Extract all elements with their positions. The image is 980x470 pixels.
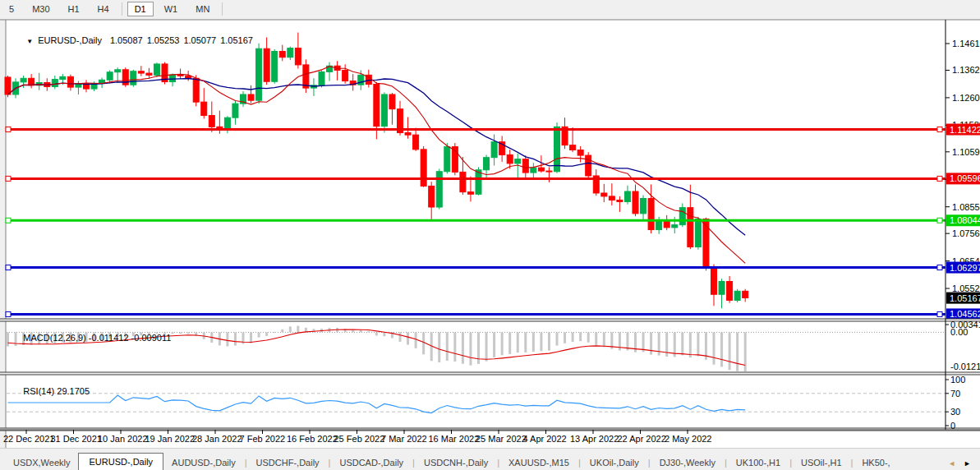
rsi-axis-label: 30 xyxy=(950,407,960,417)
candle-body-down xyxy=(617,200,623,201)
candle-body-up xyxy=(170,75,176,82)
price-line-handle[interactable] xyxy=(6,127,11,132)
terminal-window: 5M30H1H4D1W1MN 1.146101.136201.126001.11… xyxy=(0,0,980,470)
rsi-axis-label: 0 xyxy=(950,421,955,431)
macd-histogram-bar xyxy=(179,332,182,334)
candle-body-down xyxy=(507,154,513,163)
price-line-handle[interactable] xyxy=(937,218,942,223)
candle-body-down xyxy=(264,48,269,81)
chart-tab-eurusd-daily[interactable]: EURUSD-,Daily xyxy=(78,453,163,470)
price-tick-label: 1.13620 xyxy=(952,65,980,75)
timeframe-button-5[interactable]: 5 xyxy=(2,2,21,16)
rsi-indicator-label: RSI(14) 29.1705 xyxy=(8,376,90,406)
candle-body-up xyxy=(224,118,230,130)
macd-histogram-bar xyxy=(579,332,582,341)
chart-tab-uk100-h1[interactable]: UK100-,H1 xyxy=(728,455,789,470)
candle-body-down xyxy=(546,171,552,172)
tab-scroll-controls: ◄ ► xyxy=(944,459,980,470)
date-axis-label: 16 Feb 2022 xyxy=(287,434,338,444)
candle-body-up xyxy=(131,71,136,85)
candle-body-down xyxy=(711,268,717,294)
timeframe-button-h1[interactable]: H1 xyxy=(61,2,87,16)
macd-histogram-bar xyxy=(360,330,362,333)
chart-tab-usdx-weekly[interactable]: USDX,Weekly xyxy=(5,455,78,470)
date-axis-label: 13 Apr 2022 xyxy=(570,434,619,444)
timeframe-button-mn[interactable]: MN xyxy=(188,2,217,16)
candle-body-up xyxy=(52,80,58,87)
macd-histogram-bar xyxy=(407,332,409,344)
macd-values: -0.011412 -0.009011 xyxy=(89,333,172,343)
price-tick-label: 1.10590 xyxy=(952,147,980,157)
macd-histogram-bar xyxy=(250,332,252,343)
timeframe-button-d1[interactable]: D1 xyxy=(127,2,154,16)
price-line-handle[interactable] xyxy=(6,265,11,270)
timeframe-button-m30[interactable]: M30 xyxy=(25,2,57,16)
candle-body-down xyxy=(67,76,73,87)
macd-histogram-bar xyxy=(532,332,535,352)
candle-body-up xyxy=(444,147,450,172)
macd-histogram-bar xyxy=(352,330,354,333)
candle-body-down xyxy=(374,85,380,127)
macd-histogram-bar xyxy=(453,332,456,362)
macd-histogram-bar xyxy=(485,332,488,361)
candle-body-up xyxy=(232,104,238,118)
macd-histogram-bar xyxy=(297,326,299,333)
collapse-arrow-icon[interactable]: ▼ xyxy=(26,38,33,45)
candle-body-up xyxy=(515,159,521,164)
chart-tab-usoil-h1[interactable]: USOil-,H1 xyxy=(793,455,850,470)
candle-body-down xyxy=(743,291,748,297)
timeframe-button-h4[interactable]: H4 xyxy=(90,2,117,16)
price-line-handle[interactable] xyxy=(937,265,942,270)
candle-body-up xyxy=(491,142,497,158)
macd-histogram-bar xyxy=(572,332,574,342)
chart-tab-xauusd-m15[interactable]: XAUUSD-,M15 xyxy=(500,455,577,470)
price-line-handle[interactable] xyxy=(937,311,942,316)
tab-scroll-left-icon[interactable]: ◄ xyxy=(944,459,959,468)
price-tick-label: 1.14610 xyxy=(952,39,980,48)
price-line-handle[interactable] xyxy=(6,311,11,316)
macd-histogram-bar xyxy=(265,332,268,335)
macd-histogram-bar xyxy=(524,332,527,352)
candle-body-down xyxy=(295,48,301,65)
price-line-handle[interactable] xyxy=(937,176,942,181)
macd-histogram-bar xyxy=(281,329,283,333)
macd-histogram-bar xyxy=(587,332,590,342)
chart-window: 1.146101.136201.126001.115801.105901.095… xyxy=(0,18,980,448)
macd-histogram-bar xyxy=(375,332,378,335)
chart-title: ▼EURUSD-,Daily1.050871.052531.050771.051… xyxy=(12,25,257,55)
timeframe-button-w1[interactable]: W1 xyxy=(157,2,186,16)
chart-tab-audusd-daily[interactable]: AUDUSD-,Daily xyxy=(163,455,244,470)
macd-histogram-bar xyxy=(650,332,652,354)
date-axis-label: 22 Apr 2022 xyxy=(618,434,666,444)
chart-tab-dj30-weekly[interactable]: DJ30-,Weekly xyxy=(651,455,724,470)
macd-histogram-bar xyxy=(720,332,723,366)
chart-tab-hk50[interactable]: HK50-, xyxy=(853,455,898,470)
price-line-handle[interactable] xyxy=(6,218,11,223)
candle-body-up xyxy=(115,70,121,72)
candle-body-up xyxy=(21,78,26,82)
chart-tab-usdchf-daily[interactable]: USDCHF-,Daily xyxy=(248,455,328,470)
candle-body-up xyxy=(672,225,678,228)
price-line-handle[interactable] xyxy=(6,176,11,181)
macd-histogram-bar xyxy=(438,332,440,362)
macd-histogram-bar xyxy=(744,332,747,371)
tab-scroll-right-icon[interactable]: ► xyxy=(959,459,975,468)
price-tick-label: 1.05520 xyxy=(952,283,980,293)
candle-body-up xyxy=(107,72,113,81)
chart-tab-usdcnh-daily[interactable]: USDCNH-,Daily xyxy=(416,455,496,470)
price-line-handle[interactable] xyxy=(937,127,942,132)
price-tick-label: 1.12600 xyxy=(952,93,980,103)
candle-body-down xyxy=(413,135,419,150)
chart-tab-ukoil-daily[interactable]: UKOil-,Daily xyxy=(582,455,647,470)
candle-body-down xyxy=(586,155,591,176)
macd-histogram-bar xyxy=(383,332,385,336)
macd-histogram-bar xyxy=(517,332,519,352)
candle-body-down xyxy=(29,78,35,85)
plot-bg xyxy=(6,20,980,448)
macd-histogram-bar xyxy=(226,332,228,346)
candle-body-down xyxy=(467,192,473,195)
candle-body-up xyxy=(60,76,66,79)
chart-tab-usdcad-daily[interactable]: USDCAD-,Daily xyxy=(331,455,412,470)
price-tick-label: 1.08550 xyxy=(952,202,980,212)
candle-body-up xyxy=(484,158,490,170)
